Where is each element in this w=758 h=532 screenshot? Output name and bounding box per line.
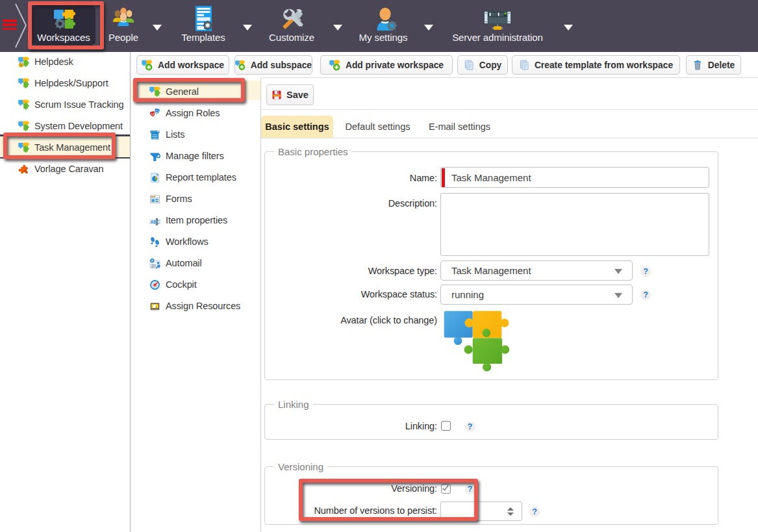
dropdown-arrow-icon (614, 269, 622, 274)
name-input[interactable] (440, 167, 709, 188)
versions-count-help-icon[interactable]: ? (529, 507, 540, 517)
delete-button[interactable]: Delete (686, 55, 741, 75)
versioning-help-icon[interactable]: ? (465, 484, 475, 494)
sidebar-item-task-management[interactable]: Task Management (0, 138, 130, 157)
workspace-icon (18, 99, 29, 110)
menu-item-general[interactable]: General (131, 81, 260, 103)
nav-label-my-settings[interactable]: My settings (359, 32, 408, 43)
dropdown-arrow-icon (614, 293, 622, 298)
basic-properties-fieldset: Basic properties Name: Description: Work… (264, 151, 718, 380)
help-symbol: ? (532, 507, 537, 516)
spinner-up-icon[interactable] (507, 507, 514, 511)
forms-icon (149, 194, 160, 205)
automail-icon (149, 258, 160, 269)
workspace-status-select[interactable]: running (440, 285, 633, 305)
menu-item-forms[interactable]: Forms (131, 188, 260, 210)
create-template-icon (519, 60, 529, 70)
help-symbol: ? (468, 422, 473, 431)
customize-dropdown-icon[interactable] (333, 25, 342, 31)
menu-item-manage-filters[interactable]: Manage filters (131, 146, 260, 167)
nav-label-templates[interactable]: Templates (181, 32, 225, 43)
add-private-workspace-button[interactable]: Add private workspace (320, 55, 453, 75)
sidebar-item-scrum-issue-tracking[interactable]: Scrum Issue Tracking (0, 95, 130, 114)
workspace-icon (18, 78, 29, 89)
add-subspace-icon (235, 60, 246, 71)
workspace-avatar-image[interactable] (444, 310, 510, 373)
versioning-fieldset: Versioning Versioning: ? Number of versi… (264, 466, 718, 525)
menu-item-item-properties[interactable]: Item properties (131, 210, 260, 231)
menu-item-lists[interactable]: Lists (131, 124, 260, 146)
avatar-label: Avatar (click to change) (270, 315, 437, 325)
workspace-type-select[interactable]: Task Management (440, 260, 633, 281)
tab-email-settings[interactable]: E-mail settings (420, 116, 499, 138)
people-icon (111, 6, 136, 31)
sidebar-item-vorlage-caravan[interactable]: Vorlage Caravan (0, 159, 130, 179)
trash-icon (692, 60, 703, 70)
general-icon (149, 86, 160, 97)
people-dropdown-icon[interactable] (153, 25, 162, 31)
versions-count-label: Number of versions to persist: (270, 505, 437, 516)
workspace-toolbar: Add workspace Add subspace Add private w… (131, 52, 758, 78)
help-symbol: ? (643, 267, 648, 276)
workspace-icon (18, 121, 29, 132)
my-settings-icon (376, 6, 397, 32)
report-templates-icon (149, 172, 160, 183)
tab-default-settings[interactable]: Default settings (337, 116, 418, 138)
lists-icon (149, 129, 160, 140)
nav-label-people[interactable]: People (108, 32, 138, 43)
nav-label-server-administration[interactable]: Server administration (452, 32, 543, 43)
menu-item-workflows[interactable]: Workflows (131, 231, 260, 253)
top-navigation-bar: Workspaces People Templates Customize My… (0, 0, 758, 52)
help-symbol: ? (643, 290, 648, 299)
tab-basic-settings[interactable]: Basic settings (261, 116, 333, 138)
create-template-from-workspace-button[interactable]: Create template from workspace (512, 55, 680, 75)
assign-roles-icon (149, 108, 160, 119)
copy-icon (464, 60, 474, 70)
menu-item-report-templates[interactable]: Report templates (131, 167, 260, 188)
versions-count-input[interactable] (440, 501, 522, 521)
nav-label-customize[interactable]: Customize (269, 32, 314, 43)
tabs-divider (261, 138, 758, 138)
templates-dropdown-icon[interactable] (243, 25, 252, 31)
add-subspace-button[interactable]: Add subspace (234, 55, 312, 75)
add-private-workspace-icon (329, 60, 340, 71)
workspaces-icon (53, 9, 75, 30)
menu-item-assign-roles[interactable]: Assign Roles (131, 103, 260, 124)
server-administration-icon (483, 10, 512, 30)
save-icon (272, 90, 282, 100)
my-settings-dropdown-icon[interactable] (424, 25, 433, 31)
linking-checkbox[interactable] (441, 421, 451, 431)
menu-item-assign-resources[interactable]: Assign Resources (131, 296, 260, 317)
save-button[interactable]: Save (266, 84, 314, 105)
nav-label-workspaces[interactable]: Workspaces (37, 32, 90, 43)
linking-fieldset: Linking Linking: ? (264, 404, 718, 440)
description-textarea[interactable] (440, 193, 709, 256)
toolbar-divider (261, 109, 758, 110)
sidebar-item-system-development[interactable]: System Development (0, 116, 130, 136)
workspace-icon (18, 142, 29, 153)
description-label: Description: (270, 198, 437, 209)
workspace-template-icon (18, 164, 29, 175)
templates-icon (195, 5, 212, 32)
copy-button[interactable]: Copy (457, 55, 508, 75)
sidebar-item-helpdesk-support[interactable]: Helpdesk/Support (0, 73, 130, 93)
workspace-type-help-icon[interactable]: ? (640, 266, 651, 277)
item-properties-icon (149, 215, 160, 226)
versioning-checkbox[interactable] (441, 484, 451, 494)
menu-item-automail[interactable]: Automail (131, 253, 260, 274)
server-administration-dropdown-icon[interactable] (564, 25, 573, 31)
spinner-down-icon[interactable] (507, 513, 514, 516)
menu-item-cockpit[interactable]: Cockpit (131, 274, 260, 296)
sidebar-item-helpdesk[interactable]: Helpdesk (0, 52, 130, 71)
add-workspace-button[interactable]: Add workspace (136, 55, 229, 75)
help-symbol: ? (468, 485, 473, 494)
cockpit-icon (149, 279, 160, 290)
versioning-label: Versioning: (270, 483, 437, 494)
linking-help-icon[interactable]: ? (465, 422, 475, 432)
add-workspace-icon (142, 60, 153, 71)
workspace-status-help-icon[interactable]: ? (640, 290, 651, 300)
versioning-legend: Versioning (274, 461, 327, 472)
manage-filters-icon (149, 151, 160, 162)
workspace-status-label: Workspace status: (270, 289, 437, 299)
customize-icon (279, 7, 304, 31)
